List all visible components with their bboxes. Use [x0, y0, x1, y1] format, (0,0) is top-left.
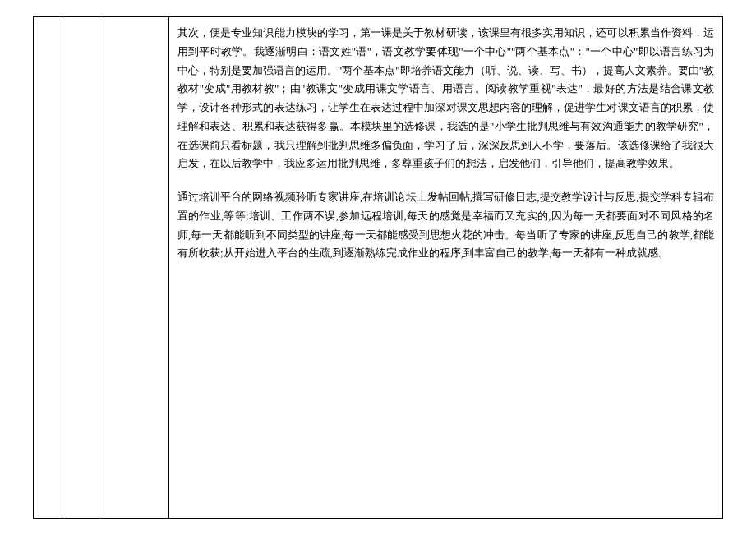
table-row: 其次，便是专业知识能力模块的学习，第一课是关于教材研读，该课里有很多实用知识，还…: [34, 17, 723, 519]
paragraph-1: 其次，便是专业知识能力模块的学习，第一课是关于教材研读，该课里有很多实用知识，还…: [177, 24, 714, 173]
table-cell-content: 其次，便是专业知识能力模块的学习，第一课是关于教材研读，该课里有很多实用知识，还…: [169, 17, 723, 519]
table-cell-1: [34, 17, 62, 519]
table-cell-2: [62, 17, 99, 519]
paragraph-2: 通过培训平台的网络视频聆听专家讲座,在培训论坛上发帖回帖,撰写研修日志,提交教学…: [177, 188, 714, 263]
document-table: 其次，便是专业知识能力模块的学习，第一课是关于教材研读，该课里有很多实用知识，还…: [33, 16, 723, 519]
table-cell-3: [99, 17, 169, 519]
